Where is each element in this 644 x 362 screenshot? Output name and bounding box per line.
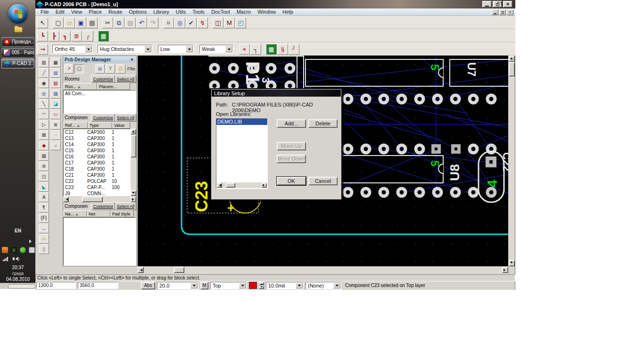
optimize-button[interactable]: ⌖ bbox=[239, 44, 250, 55]
library-item[interactable]: DEMO.LIB bbox=[216, 119, 267, 125]
chevron-down-icon[interactable] bbox=[85, 46, 92, 52]
layer-select[interactable]: Top bbox=[210, 282, 247, 289]
chevron-down-icon[interactable] bbox=[225, 46, 232, 52]
select-filter-button[interactable]: ⊡ bbox=[116, 64, 125, 74]
menu-item[interactable]: Library bbox=[150, 8, 173, 16]
rooms-select-all-button[interactable]: Select All bbox=[115, 75, 136, 83]
component-row[interactable]: C15CAP3001 bbox=[64, 148, 130, 154]
record-macro-button[interactable]: ◔ bbox=[50, 130, 61, 140]
title-bar[interactable]: P-CAD 2006 PCB - [Demo1_u] ✕ bbox=[35, 0, 515, 8]
rooms-col-room[interactable]: Roo... bbox=[63, 83, 97, 90]
x-coordinate-field[interactable]: 1300.0 bbox=[36, 282, 76, 289]
bom-button[interactable]: ≣ bbox=[50, 120, 61, 130]
measure-button[interactable]: ⌗ bbox=[163, 17, 174, 28]
place-copper-pour-tool[interactable]: ◆ bbox=[39, 140, 49, 150]
paste-button[interactable]: ▨ bbox=[125, 17, 136, 28]
menu-item[interactable]: Place bbox=[85, 8, 105, 16]
pattern-route-button[interactable]: ▦ bbox=[266, 44, 277, 55]
menu-item[interactable]: Options bbox=[125, 8, 150, 16]
ortho-mode-select[interactable]: Ortho 45 bbox=[52, 45, 93, 53]
zoom-to-button[interactable]: ◎ bbox=[95, 64, 105, 74]
components-hscrollbar[interactable] bbox=[63, 196, 136, 202]
volume-icon[interactable]: ) bbox=[13, 256, 19, 261]
place-text-tool[interactable]: A bbox=[39, 192, 49, 202]
panel-close-icon[interactable]: × bbox=[129, 57, 135, 62]
place-plane-tool[interactable]: ◳ bbox=[39, 172, 49, 181]
chevron-down-icon[interactable] bbox=[144, 46, 151, 52]
print-preview-button[interactable]: ◪ bbox=[50, 99, 61, 109]
menu-item[interactable]: View bbox=[68, 8, 86, 16]
undo-button[interactable]: ↶ bbox=[136, 17, 147, 28]
select-mode-button[interactable]: ▢ bbox=[74, 64, 84, 74]
menu-item[interactable]: Macro bbox=[233, 8, 255, 16]
place-keepout-tool[interactable]: ⊘ bbox=[39, 161, 49, 171]
listbox-hscrollbar[interactable] bbox=[217, 182, 267, 188]
place-polygon-tool[interactable]: ▷ bbox=[39, 120, 49, 130]
place-pad-tool[interactable]: ◉ bbox=[39, 78, 49, 88]
save-button[interactable]: ▣ bbox=[75, 17, 86, 28]
component-row[interactable]: C12CAP3001 bbox=[64, 129, 130, 135]
add-button[interactable]: Add... bbox=[277, 119, 306, 128]
autoroute-button[interactable]: ▦ bbox=[98, 31, 109, 41]
folder-icon[interactable] bbox=[14, 27, 23, 33]
mirror-button[interactable]: M bbox=[224, 17, 235, 28]
viewport-vscrollbar[interactable] bbox=[508, 56, 515, 266]
component-row[interactable]: C17CAP3001 bbox=[64, 160, 130, 166]
abs-rel-button[interactable]: Abs bbox=[141, 282, 155, 289]
tray-update-icon[interactable] bbox=[29, 247, 35, 253]
menu-item[interactable]: File bbox=[37, 8, 52, 16]
component-row[interactable]: C21CAP3001 bbox=[64, 172, 130, 178]
grid-select[interactable]: 20.0 bbox=[157, 282, 198, 289]
rooms-col-placement[interactable]: Placem... bbox=[97, 83, 130, 90]
clock[interactable]: 20:37 bbox=[0, 265, 36, 270]
components-col-ref[interactable]: Ref... bbox=[63, 122, 88, 129]
net-check-button[interactable]: ↯ bbox=[197, 17, 208, 28]
tray-antivirus-icon[interactable] bbox=[20, 247, 26, 253]
component-row[interactable]: C13CAP3001 bbox=[64, 135, 130, 141]
ok-button[interactable]: OK bbox=[277, 177, 306, 185]
component-row[interactable]: C16CAP3001 bbox=[64, 154, 130, 160]
components-select-all-button[interactable]: Select All bbox=[115, 114, 136, 122]
board-setup-button[interactable]: ▤ bbox=[50, 68, 61, 78]
taskbar-pcad-button[interactable]: P-CAD 2... bbox=[1, 58, 34, 68]
place-cutout-tool[interactable]: ▨ bbox=[39, 151, 49, 161]
place-dimension-tool[interactable]: ↔ bbox=[39, 223, 49, 233]
menu-item[interactable]: Tools bbox=[189, 8, 208, 16]
place-attribute-tool[interactable]: ¶ bbox=[39, 203, 49, 213]
delete-button[interactable]: Delete bbox=[308, 119, 338, 128]
route-setup-button[interactable]: ▧ bbox=[50, 78, 61, 88]
component-row[interactable]: C22POLCAP10 bbox=[64, 178, 130, 184]
chevron-down-icon[interactable] bbox=[186, 46, 193, 52]
fanout-button[interactable]: ⇝ bbox=[37, 44, 48, 55]
print-button[interactable]: ▤ bbox=[87, 17, 98, 28]
route-manual-button[interactable]: ┗ bbox=[37, 31, 48, 41]
priority-select[interactable]: Low bbox=[158, 45, 194, 53]
place-field-tool[interactable]: {F} bbox=[39, 213, 49, 223]
place-line-tool[interactable]: ╲ bbox=[39, 99, 49, 109]
redo-button[interactable]: ↷ bbox=[148, 17, 158, 28]
pads-col-name[interactable]: Na... bbox=[63, 210, 87, 217]
new-button[interactable]: ▢ bbox=[53, 17, 64, 28]
line-width-select[interactable]: 10.0mil bbox=[266, 282, 304, 289]
pads-select-all-button[interactable]: Select All bbox=[115, 202, 136, 210]
language-indicator[interactable]: EN bbox=[0, 228, 36, 233]
viewport-hscrollbar[interactable] bbox=[138, 266, 508, 273]
taskbar-paint-button[interactable]: 005 - Paint bbox=[1, 48, 34, 58]
taskbar-opera-button[interactable]: Проводн... bbox=[1, 37, 34, 47]
move-up-button[interactable]: Move Up bbox=[277, 142, 306, 150]
cut-button[interactable]: ✂ bbox=[102, 17, 113, 28]
move-down-button[interactable]: Move Down bbox=[277, 155, 306, 163]
select-tool-button[interactable]: ↖ bbox=[37, 17, 48, 28]
window-tile-tool[interactable]: ▭ bbox=[39, 234, 49, 244]
pads-col-padstyle[interactable]: Pad Style bbox=[110, 210, 134, 217]
place-via-tool[interactable]: ◎ bbox=[39, 89, 49, 99]
drc-button[interactable]: ✔ bbox=[186, 17, 197, 28]
highlight-filter-button[interactable]: Y bbox=[106, 64, 115, 74]
menu-item[interactable]: Utils bbox=[173, 8, 189, 16]
open-button[interactable]: ▱ bbox=[64, 17, 75, 28]
place-component-tool[interactable]: ▥ bbox=[39, 58, 49, 67]
cancel-button[interactable]: Cancel bbox=[308, 177, 338, 185]
layer-color-swatch[interactable] bbox=[249, 282, 257, 289]
route-bus-button[interactable]: ≣ bbox=[71, 31, 82, 41]
arc-corner-button[interactable]: ╯ bbox=[289, 44, 299, 55]
